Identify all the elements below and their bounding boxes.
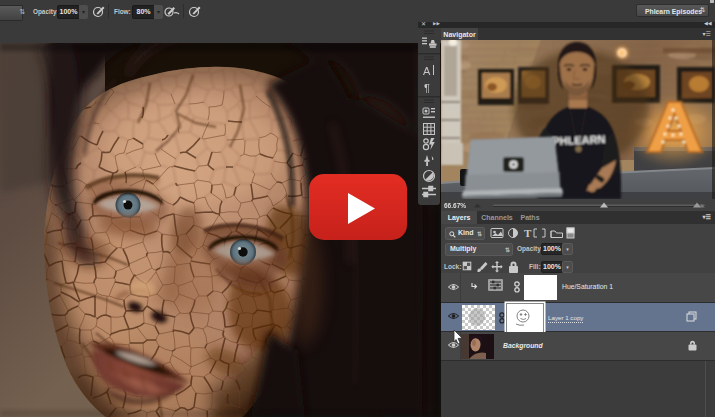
- svg-text:A: A: [423, 65, 431, 77]
- svg-text:PHLEARN: PHLEARN: [552, 133, 606, 147]
- svg-text:¶: ¶: [424, 82, 430, 94]
- svg-text:T: T: [524, 227, 532, 239]
